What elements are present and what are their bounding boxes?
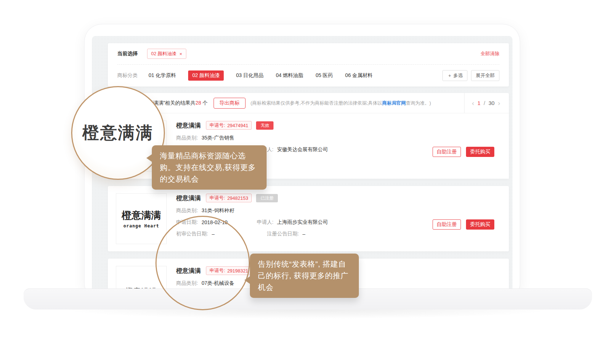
trademark-image: 橙意满满 orange Heart xyxy=(116,193,167,244)
results-summary-suffix: 个 xyxy=(201,100,208,106)
trademark-image-text: 橙意满满 xyxy=(122,209,161,222)
category-field-value: 31类-饲料种籽 xyxy=(202,207,234,214)
trademark-name: 橙意满满 xyxy=(176,194,201,202)
pagination: ‹ 1 / 30 › xyxy=(464,93,509,113)
trademark-office-link[interactable]: 商标局官网 xyxy=(382,100,406,106)
clear-all-button[interactable]: 全部清除 xyxy=(481,50,499,57)
category-item-03[interactable]: 03 日化用品 xyxy=(236,72,263,79)
category-item-05[interactable]: 05 医药 xyxy=(316,72,333,79)
expand-all-button[interactable]: 展开全部 xyxy=(471,70,499,81)
entrust-purchase-button[interactable]: 委托购买 xyxy=(466,147,494,157)
category-item-06[interactable]: 06 金属材料 xyxy=(345,72,372,79)
current-selection-row: 当前选择 02 颜料油漆 × 全部清除 xyxy=(108,43,509,64)
applicant-label: 申请人: xyxy=(257,219,273,226)
application-number-value: 29482153 xyxy=(227,195,248,201)
current-selection-label: 当前选择 xyxy=(117,50,138,57)
magnified-trademark-text: 橙意满满 xyxy=(82,122,154,144)
magnifier-circle-trademark: 橙意满满 xyxy=(71,86,165,180)
applicant-value: 上海雨步实业有限公司 xyxy=(277,219,328,226)
category-field-label: 商品类别: xyxy=(176,207,198,214)
category-field-label: 商品类别: xyxy=(176,135,198,141)
row-actions: 自助注册 委托购买 xyxy=(433,219,494,230)
results-header: 为您检索到“橙意满满”相关的结果共28 个 导出商标 (商标检索结果仅供参考,不… xyxy=(108,93,509,113)
application-number-label: 申请号: xyxy=(210,122,225,129)
export-trademark-button[interactable]: 导出商标 xyxy=(214,98,246,109)
selected-filter-tag-label: 02 颜料油漆 xyxy=(151,50,177,57)
registration-publication-value: – xyxy=(303,231,305,237)
trademark-name: 橙意满满 xyxy=(176,121,201,130)
application-number-label: 申请号: xyxy=(210,195,225,201)
selected-filter-tag[interactable]: 02 颜料油漆 × xyxy=(147,49,186,59)
application-number-tag: 申请号: 29482153 xyxy=(206,194,252,202)
prev-page-icon[interactable]: ‹ xyxy=(472,100,474,106)
category-label: 商标分类 xyxy=(117,72,138,79)
filter-card: 当前选择 02 颜料油漆 × 全部清除 商标分类 01 化学原料 02 颜料油漆… xyxy=(108,43,509,86)
current-page: 1 xyxy=(477,100,480,106)
next-page-icon[interactable]: › xyxy=(498,100,500,106)
page: 当前选择 02 颜料油漆 × 全部清除 商标分类 01 化学原料 02 颜料油漆… xyxy=(0,0,616,364)
category-item-01[interactable]: 01 化学原料 xyxy=(149,72,176,79)
applicant-value: 安徽美达会展有限公司 xyxy=(277,146,328,153)
callout-promotion: 告别传统“发表格”, 搭建自己的标行, 获得更多的推广机会 xyxy=(250,254,359,298)
results-count: 28 xyxy=(195,100,201,106)
category-item-02-selected[interactable]: 02 颜料油漆 xyxy=(188,70,223,81)
disclaimer-text: (商标检索结果仅供参考,不作为商标能否注册的法律依据;具体以商标局官网查询为准。… xyxy=(251,100,431,106)
callout-marketplace: 海量精品商标资源随心选购。支持在线交易,获得更多的交易机会 xyxy=(152,145,267,190)
self-register-button[interactable]: 自助注册 xyxy=(433,219,461,230)
entrust-purchase-button[interactable]: 委托购买 xyxy=(466,219,494,230)
trademark-image-subtext: orange Heart xyxy=(123,223,159,228)
row-actions: 自助注册 委托购买 xyxy=(433,147,494,157)
status-badge: 无效 xyxy=(256,121,273,130)
category-row: 商标分类 01 化学原料 02 颜料油漆 03 日化用品 04 燃料油脂 05 … xyxy=(108,65,509,86)
total-pages: 30 xyxy=(489,100,495,106)
registration-publication-label: 注册公告日期: xyxy=(267,231,299,237)
category-list: 01 化学原料 02 颜料油漆 03 日化用品 04 燃料油脂 05 医药 06… xyxy=(149,70,373,81)
page-separator: / xyxy=(484,100,485,106)
magnifier-circle-lens xyxy=(155,216,250,310)
application-number-value: 29474941 xyxy=(227,123,248,128)
self-register-button[interactable]: 自助注册 xyxy=(433,147,461,157)
remove-filter-icon[interactable]: × xyxy=(179,51,182,57)
disclaimer-post: 查询为准。) xyxy=(406,100,431,106)
category-item-04[interactable]: 04 燃料油脂 xyxy=(276,72,303,79)
multi-select-button[interactable]: ＋ 多选 xyxy=(442,70,467,81)
application-number-tag: 申请号: 29474941 xyxy=(206,121,252,130)
disclaimer-pre: (商标检索结果仅供参考,不作为商标能否注册的法律依据;具体以 xyxy=(251,100,382,106)
category-field-value: 35类-广告销售 xyxy=(202,135,234,141)
status-badge: 已注册 xyxy=(256,194,278,202)
